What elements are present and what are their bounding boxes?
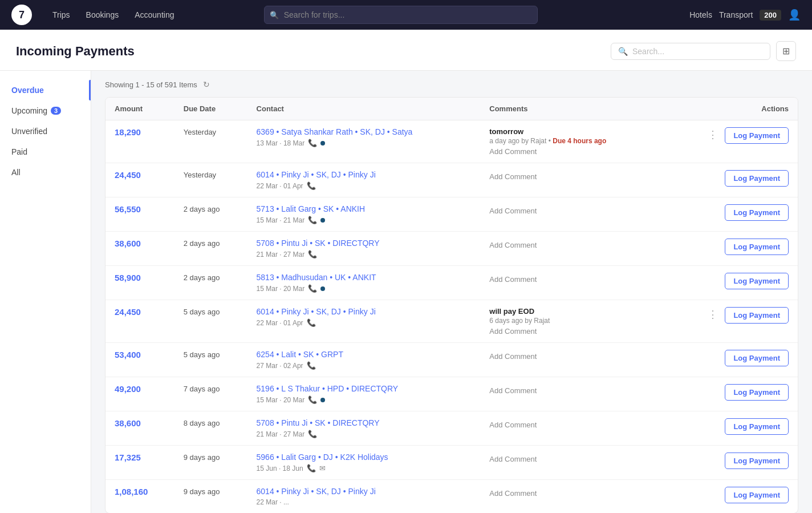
phone-icon[interactable]: 📞 (308, 284, 317, 293)
comment-cell: Add Comment (480, 446, 661, 480)
actions-cell: Log Payment (661, 446, 798, 480)
sidebar-label-upcoming: Upcoming (11, 106, 47, 115)
contact-name[interactable]: 5196 • L S Thakur • HPD • DIRECTQRY (257, 384, 472, 393)
sidebar-item-unverified[interactable]: Unverified (0, 121, 91, 142)
contact-name[interactable]: 6369 • Satya Shankar Rath • SK, DJ • Sat… (257, 127, 472, 136)
amount-value: 24,450 (115, 170, 141, 180)
refresh-icon[interactable]: ↻ (203, 80, 210, 89)
log-payment-button[interactable]: Log Payment (725, 170, 789, 187)
col-due-date: Due Date (174, 98, 247, 120)
comment-cell: Add Comment (480, 343, 661, 377)
amount-value: 58,900 (115, 273, 141, 282)
table-row: 24,450Yesterday 6014 • Pinky Ji • SK, DJ… (105, 163, 798, 197)
add-comment-link[interactable]: Add Comment (489, 421, 652, 429)
contact-name[interactable]: 5713 • Lalit Garg • SK • ANKIH (257, 204, 472, 213)
hotels-link[interactable]: Hotels (689, 10, 712, 19)
phone-icon[interactable]: 📞 (308, 395, 317, 404)
comment-cell: Add Comment (480, 266, 661, 300)
phone-icon[interactable]: 📞 (308, 430, 317, 438)
filter-button[interactable]: ⊞ (776, 41, 796, 61)
user-icon[interactable]: 👤 (788, 9, 801, 21)
header-actions: 🔍 ⊞ (611, 41, 796, 61)
log-payment-button[interactable]: Log Payment (725, 350, 789, 366)
add-comment-link[interactable]: Add Comment (489, 147, 652, 156)
col-actions: Actions (661, 98, 798, 120)
app-logo[interactable]: 7 (11, 5, 32, 25)
phone-icon[interactable]: 📞 (307, 318, 316, 327)
transport-link[interactable]: Transport (719, 10, 753, 19)
comment-cell: Add Comment (480, 480, 661, 514)
log-payment-button[interactable]: Log Payment (725, 307, 789, 324)
log-payment-button[interactable]: Log Payment (725, 487, 789, 503)
add-comment-link[interactable]: Add Comment (489, 172, 652, 181)
contact-meta: 21 Mar · 27 Mar 📞 (257, 250, 472, 258)
global-search-input[interactable] (264, 6, 538, 24)
comment-cell: Add Comment (480, 232, 661, 266)
log-payment-button[interactable]: Log Payment (725, 127, 789, 144)
due-date-cell: 5 days ago (174, 300, 247, 343)
amount-value: 1,08,160 (115, 487, 148, 496)
add-comment-link[interactable]: Add Comment (489, 327, 652, 336)
contact-dates: 15 Mar · 20 Mar (257, 285, 305, 293)
navbar-right: Hotels Transport 200 👤 (689, 9, 801, 21)
contact-name[interactable]: 5813 • Madhusudan • UK • ANKIT (257, 273, 472, 282)
contact-cell: 5713 • Lalit Garg • SK • ANKIH 15 Mar · … (247, 197, 481, 232)
sidebar-item-paid[interactable]: Paid (0, 142, 91, 162)
sidebar-item-overdue[interactable]: Overdue (0, 80, 91, 100)
phone-icon[interactable]: 📞 (308, 216, 317, 224)
actions-cell: Log Payment (661, 163, 798, 197)
contact-name[interactable]: 5708 • Pintu Ji • SK • DIRECTQRY (257, 239, 472, 248)
table-row: 17,3259 days ago 5966 • Lalit Garg • DJ … (105, 446, 798, 480)
contact-name[interactable]: 5966 • Lalit Garg • DJ • K2K Holidays (257, 453, 472, 462)
contact-meta: 15 Jun · 18 Jun 📞✉ (257, 464, 472, 472)
log-payment-button[interactable]: Log Payment (725, 418, 789, 435)
email-icon[interactable]: ✉ (319, 464, 326, 472)
sidebar: Overdue Upcoming 3 Unverified Paid All (0, 71, 91, 513)
due-date-cell: 8 days ago (174, 411, 247, 446)
table-row: 24,4505 days ago 6014 • Pinky Ji • SK, D… (105, 300, 798, 343)
contact-name[interactable]: 6014 • Pinky Ji • SK, DJ • Pinky Ji (257, 170, 472, 179)
phone-icon[interactable]: 📞 (307, 361, 316, 370)
add-comment-link[interactable]: Add Comment (489, 207, 652, 215)
due-date-cell: 9 days ago (174, 480, 247, 514)
col-amount: Amount (105, 98, 174, 120)
log-payment-button[interactable]: Log Payment (725, 204, 789, 221)
log-payment-button[interactable]: Log Payment (725, 384, 789, 401)
contact-name[interactable]: 6014 • Pinky Ji • SK, DJ • Pinky Ji (257, 307, 472, 316)
phone-icon[interactable]: 📞 (307, 181, 316, 190)
log-payment-button[interactable]: Log Payment (725, 239, 789, 255)
due-date-value: 9 days ago (184, 453, 220, 462)
amount-cell: 58,900 (105, 266, 174, 300)
contact-name[interactable]: 6014 • Pinky Ji • SK, DJ • Pinky Ji (257, 487, 472, 496)
content-area: Showing 1 - 15 of 591 Items ↻ Amount Due… (91, 71, 812, 513)
sidebar-item-all[interactable]: All (0, 162, 91, 183)
comment-cell: Add Comment (480, 197, 661, 232)
phone-icon[interactable]: 📞 (307, 464, 316, 472)
more-options-button[interactable]: ⋮ (704, 127, 721, 142)
table-search-input[interactable] (632, 47, 763, 56)
add-comment-link[interactable]: Add Comment (489, 352, 652, 361)
phone-icon[interactable]: 📞 (308, 250, 317, 258)
nav-trips[interactable]: Trips (46, 7, 77, 23)
more-options-button[interactable]: ⋮ (704, 307, 721, 322)
upcoming-badge: 3 (51, 107, 61, 115)
log-payment-button[interactable]: Log Payment (725, 453, 789, 469)
add-comment-link[interactable]: Add Comment (489, 275, 652, 284)
comment-cell: will pay EOD6 days ago by RajatAdd Comme… (480, 300, 661, 343)
add-comment-link[interactable]: Add Comment (489, 489, 652, 498)
nav-bookings[interactable]: Bookings (79, 7, 126, 23)
contact-name[interactable]: 6254 • Lalit • SK • GRPT (257, 350, 472, 359)
due-date-value: Yesterday (184, 128, 216, 136)
due-date-cell: Yesterday (174, 163, 247, 197)
add-comment-link[interactable]: Add Comment (489, 241, 652, 249)
phone-icon[interactable]: 📞 (308, 139, 317, 147)
comment-meta: 6 days ago by Rajat (489, 317, 652, 325)
log-payment-button[interactable]: Log Payment (725, 273, 789, 289)
nav-accounting[interactable]: Accounting (128, 7, 181, 23)
contact-name[interactable]: 5708 • Pintu Ji • SK • DIRECTQRY (257, 418, 472, 427)
add-comment-link[interactable]: Add Comment (489, 386, 652, 395)
amount-cell: 24,450 (105, 300, 174, 343)
sidebar-item-upcoming[interactable]: Upcoming 3 (0, 100, 91, 121)
notification-badge[interactable]: 200 (760, 10, 781, 21)
add-comment-link[interactable]: Add Comment (489, 455, 652, 463)
